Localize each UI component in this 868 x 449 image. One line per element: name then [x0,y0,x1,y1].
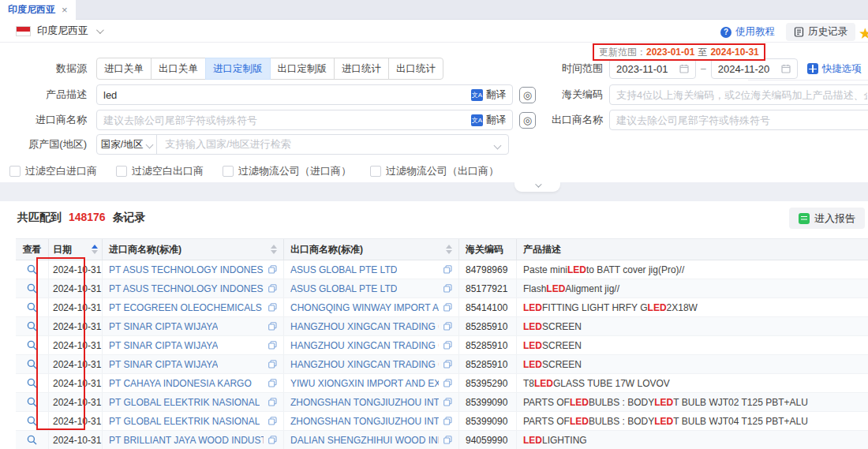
collapse-filter-tab[interactable] [514,181,560,192]
importer-link[interactable]: PT BRILLIANT JAYA WOOD INDUSTRY [109,435,264,446]
sort-icons-importer[interactable] [271,245,277,254]
exporter-name-value[interactable] [616,114,867,126]
view-record-icon[interactable] [16,260,49,279]
view-record-icon[interactable] [16,393,49,412]
checkbox-icon[interactable] [9,166,21,177]
view-record-icon[interactable] [16,298,49,317]
sort-icons-date[interactable] [92,245,98,254]
exporter-name-input[interactable] [609,110,868,130]
date-to-input[interactable] [711,58,798,79]
origin-search-placeholder[interactable]: 支持输入国家/地区进行检索 [157,137,495,152]
view-record-icon[interactable] [16,412,49,431]
checkbox-icon[interactable] [116,166,127,177]
led-keyword-highlight: LED [654,397,673,408]
date-from-value[interactable] [616,63,676,75]
datasource-tab[interactable]: 出口定制版 [270,58,335,80]
translate-button[interactable]: 文A 翻译 [471,88,506,102]
copy-icon[interactable] [439,379,452,387]
importer-name-label: 进口商名称 [0,113,87,127]
copy-icon[interactable] [439,417,452,425]
copy-icon[interactable] [264,417,277,425]
copy-icon[interactable] [264,436,277,444]
copy-icon[interactable] [264,284,277,293]
history-button[interactable]: 历史记录 [786,23,855,41]
importer-link[interactable]: PT GLOBAL ELEKTRIK NASIONAL [109,416,260,427]
copy-icon[interactable] [264,360,277,369]
copy-icon[interactable] [439,265,452,274]
copy-icon[interactable] [264,303,277,312]
importer-link[interactable]: PT CAHAYA INDONESIA KARGO [109,378,252,389]
product-desc-value[interactable] [103,89,465,101]
copy-icon[interactable] [264,379,277,387]
filter-checkbox[interactable]: 过滤空白出口商 [116,164,204,178]
importer-link[interactable]: PT ASUS TECHNOLOGY INDONESIA BA... [109,283,264,294]
copy-icon[interactable] [264,341,277,350]
copy-icon[interactable] [264,265,277,274]
datasource-tab[interactable]: 进口关单 [96,58,152,80]
importer-name-input[interactable]: 文A 翻译 [96,110,513,130]
view-record-icon[interactable] [16,317,49,336]
tutorial-button[interactable]: ? 使用教程 [720,25,775,39]
exporter-link[interactable]: ASUS GLOBAL PTE LTD [290,283,397,294]
importer-link[interactable]: PT GLOBAL ELEKTRIK NASIONAL [109,397,260,408]
filter-checkbox[interactable]: 过滤物流公司（出口商） [370,164,499,178]
date-to-value[interactable] [718,63,778,75]
view-record-icon[interactable] [16,355,49,374]
translate-button[interactable]: 文A 翻译 [471,114,506,127]
copy-icon[interactable] [439,360,452,369]
exporter-link[interactable]: DALIAN SHENGZHIHUI WOOD INDUST... [290,435,439,446]
view-record-icon[interactable] [16,374,49,393]
copy-icon[interactable] [264,322,277,331]
tab-close-icon[interactable]: × [62,5,68,15]
exact-match-toggle[interactable]: ◎ [519,87,536,103]
checkbox-icon[interactable] [370,166,381,177]
enter-report-button[interactable]: 进入报告 [789,208,865,229]
checkbox-icon[interactable] [223,166,234,177]
datasource-tab[interactable]: 进口定制版 [205,58,271,80]
copy-icon[interactable] [439,341,452,350]
header-date[interactable]: 日期 [49,239,103,260]
exporter-link[interactable]: HANGZHOU XINGCAN TRADING CO LTD [290,321,439,332]
datasource-tab[interactable]: 出口统计 [388,58,443,80]
chevron-down-icon[interactable] [96,26,104,34]
exporter-link[interactable]: YIWU XIONGXIN IMPORT AND EXPORT... [290,378,439,389]
filter-checkbox[interactable]: 过滤物流公司（进口商） [223,164,351,178]
exporter-link[interactable]: CHONGQING WINWAY IMPORT AND E... [290,302,439,313]
exporter-link[interactable]: ZHONGSHAN TONGJIUZHOU INTERNA... [290,397,439,408]
origin-type-select[interactable]: 国家/地区 [97,135,157,154]
exact-match-toggle[interactable]: ◎ [519,112,536,129]
datasource-tab[interactable]: 出口关单 [151,58,206,80]
copy-icon[interactable] [439,322,452,331]
view-record-icon[interactable] [16,279,49,298]
importer-link[interactable]: PT ECOGREEN OLEOCHEMICALS [109,302,262,313]
exporter-link[interactable]: HANGZHOU XINGCAN TRADING CO LTD [290,359,439,370]
view-record-icon[interactable] [16,336,49,355]
exporter-link[interactable]: ASUS GLOBAL PTE LTD [290,264,397,275]
exporter-link[interactable]: ZHONGSHAN TONGJIUZHOU INTERNA... [290,416,439,427]
quick-options-button[interactable]: 快捷选项 [807,62,862,76]
product-desc-input[interactable]: 文A 翻译 [96,84,513,105]
importer-link[interactable]: PT SINAR CIPTA WIJAYA [109,359,218,370]
origin-country-input[interactable]: 国家/地区 支持输入国家/地区进行检索 [96,134,509,155]
date-from-input[interactable] [609,58,696,79]
copy-icon[interactable] [264,398,277,406]
favorite-star-icon[interactable]: ★ [859,24,868,43]
filter-checkbox[interactable]: 过滤空白进口商 [9,164,97,178]
importer-link[interactable]: PT ASUS TECHNOLOGY INDONESIA BA... [109,264,264,275]
header-importer[interactable]: 进口商名称(标准) [103,239,284,260]
copy-icon[interactable] [439,284,452,293]
copy-icon[interactable] [439,398,452,406]
importer-link[interactable]: PT SINAR CIPTA WIJAYA [109,340,218,351]
copy-icon[interactable] [439,303,452,312]
view-record-icon[interactable] [16,431,49,449]
sort-icons-exporter[interactable] [446,245,452,254]
copy-icon[interactable] [439,436,452,444]
header-exporter[interactable]: 出口商名称(标准) [284,239,459,260]
country-tab-indonesia[interactable]: 印度尼西亚 × [0,0,76,20]
exporter-link[interactable]: HANGZHOU XINGCAN TRADING CO LTD [290,340,439,351]
hs-code-value[interactable] [616,89,867,101]
importer-link[interactable]: PT SINAR CIPTA WIJAYA [109,321,218,332]
datasource-tab[interactable]: 进口统计 [334,58,389,80]
hs-code-input[interactable] [609,84,868,105]
importer-name-value[interactable] [103,114,465,126]
